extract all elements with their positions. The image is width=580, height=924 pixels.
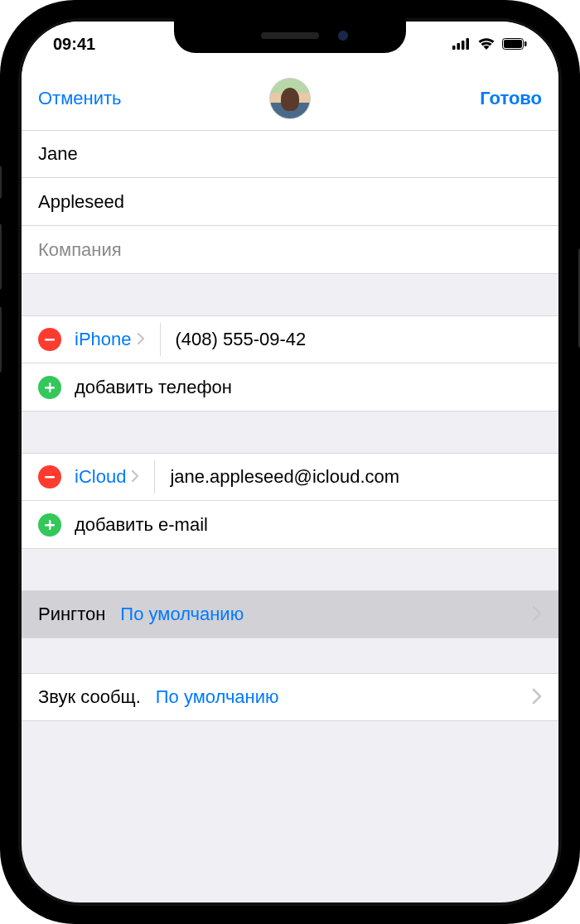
front-camera [338, 31, 348, 41]
status-time: 09:41 [53, 35, 95, 54]
wifi-icon [477, 35, 495, 54]
phone-type-label: iPhone [75, 329, 132, 350]
svg-rect-9 [45, 387, 55, 388]
first-name-row[interactable] [22, 130, 558, 178]
svg-rect-6 [524, 41, 527, 46]
section-gap [22, 411, 558, 453]
section-gap [22, 274, 558, 315]
svg-rect-0 [452, 46, 456, 50]
nav-bar: Отменить Готово [22, 67, 558, 130]
ringtone-row[interactable]: Рингтон По умолчанию [22, 590, 558, 638]
svg-rect-3 [466, 38, 470, 50]
texttone-label: Звук сообщ. [38, 686, 141, 708]
first-name-input[interactable] [38, 143, 542, 165]
cancel-button[interactable]: Отменить [38, 88, 122, 109]
company-row[interactable] [22, 226, 558, 274]
add-phone-label: добавить телефон [75, 377, 232, 398]
add-email-row[interactable]: добавить e-mail [22, 501, 558, 549]
name-group [22, 130, 558, 274]
last-name-input[interactable] [38, 191, 542, 213]
svg-rect-10 [45, 476, 55, 478]
email-type-button[interactable]: iCloud [75, 466, 154, 488]
email-group: iCloud добавить e-mail [22, 453, 558, 549]
done-button[interactable]: Готово [480, 88, 542, 109]
phone-group: iPhone добавить телефон [22, 315, 558, 411]
ringtone-value: По умолчанию [120, 604, 532, 625]
ringtone-label: Рингтон [38, 604, 105, 625]
last-name-row[interactable] [22, 178, 558, 226]
chevron-right-icon [532, 685, 542, 710]
add-email-icon [38, 513, 61, 537]
email-value-input[interactable] [155, 466, 542, 488]
volume-up-button [0, 224, 2, 290]
section-gap [22, 549, 558, 590]
chevron-right-icon [137, 329, 145, 350]
device-frame: 09:41 Отменить Готово [0, 0, 580, 924]
chevron-right-icon [532, 602, 542, 628]
speaker-grill [261, 32, 319, 39]
add-phone-icon [38, 376, 61, 399]
email-row: iCloud [22, 453, 558, 501]
svg-rect-2 [462, 41, 465, 50]
screen: 09:41 Отменить Готово [22, 22, 558, 902]
section-gap [22, 638, 558, 673]
mute-switch [0, 166, 2, 199]
volume-down-button [0, 306, 2, 373]
company-input[interactable] [38, 239, 542, 261]
battery-icon [502, 35, 527, 54]
email-type-label: iCloud [75, 466, 126, 488]
notch [174, 18, 406, 53]
cellular-icon [452, 35, 471, 54]
remove-email-button[interactable] [38, 465, 61, 488]
remove-phone-button[interactable] [38, 328, 61, 351]
add-phone-row[interactable]: добавить телефон [22, 363, 558, 411]
svg-rect-12 [45, 524, 55, 526]
svg-rect-1 [457, 43, 461, 50]
phone-type-button[interactable]: iPhone [75, 329, 160, 350]
phone-value-input[interactable] [161, 329, 542, 350]
chevron-right-icon [131, 466, 139, 488]
section-gap [22, 721, 558, 756]
add-email-label: добавить e-mail [75, 514, 208, 536]
texttone-value: По умолчанию [156, 686, 532, 708]
svg-rect-7 [45, 339, 55, 340]
texttone-row[interactable]: Звук сообщ. По умолчанию [22, 673, 558, 721]
device-bezel: 09:41 Отменить Готово [18, 18, 562, 906]
svg-rect-5 [504, 40, 522, 48]
phone-row: iPhone [22, 315, 558, 363]
contact-avatar[interactable] [269, 78, 311, 119]
